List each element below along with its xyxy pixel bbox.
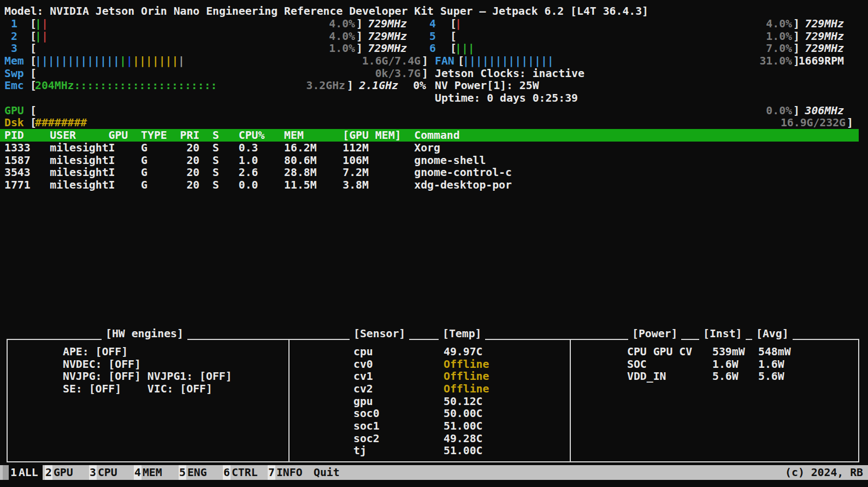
emc-label: Emc	[4, 79, 24, 92]
mem-label: Mem	[4, 55, 24, 67]
cpu2-bar-red: |	[42, 30, 48, 43]
cpu2-bar-green: |	[35, 30, 42, 43]
swap-gauge-close-bracket: ]	[422, 67, 428, 80]
menu-label-mem: MEM	[141, 465, 163, 480]
cpu-row-1-4: 1 [ | | 4.0% ] 729MHz 4 [ | 4.0% ] 729MH…	[0, 17, 868, 30]
cpu1-bar-red: |	[42, 17, 48, 30]
cpu4-bar-red: |	[455, 17, 462, 30]
process-row-text: 3543 milesightI G 20 S 2.6 28.8M 7.2M gn…	[4, 166, 512, 179]
cpu-row-3-6: 3 [ 1.0% ] 729MHz 6 [ ||| 7.0% ] 729MHz	[0, 42, 868, 55]
disk-label: Dsk	[4, 116, 24, 129]
process-row: 3543 milesightI G 20 S 2.6 28.8M 7.2M gn…	[0, 166, 868, 179]
emc-usage-pct: 0%	[413, 79, 426, 92]
menu-tab-ctrl[interactable]: 6CTRL	[223, 465, 259, 480]
gpu-label: GPU	[4, 104, 24, 117]
process-table-header: PID USER GPU TYPE PRI S CPU% MEM [GPU ME…	[0, 129, 859, 142]
gpu-gauge-open-bracket: [	[30, 104, 37, 117]
mem-bars-used: |||||||||||||	[35, 55, 120, 67]
mem-gauge-close-bracket: ]	[422, 55, 428, 67]
uptime-status: Uptime: 0 days 0:25:39	[435, 92, 578, 104]
menu-label-all: ALL	[17, 465, 39, 480]
menu-label-ctrl: CTRL	[231, 465, 259, 480]
cpu2-usage-pct: 4.0%	[329, 30, 355, 43]
hw-engines-panel-title: [HW engines]	[102, 327, 187, 340]
swap-row: Swp [ 0k/3.7G ] Jetson Clocks: inactive	[0, 67, 868, 80]
menu-tab-gpu[interactable]: 2GPU	[45, 465, 74, 480]
jtop-terminal-screen: Model: NVIDIA Jetson Orin Nano Engineeri…	[0, 0, 868, 487]
sensor-temp: 51.00C	[444, 420, 482, 432]
disk-row: Dsk [ ######## 16.9G/232G ]	[0, 116, 868, 129]
menu-label-gpu: GPU	[52, 465, 74, 480]
cpu6-gauge-close-bracket: ]	[793, 42, 800, 55]
menu-key-7: 7	[268, 465, 275, 480]
sensor-name: cv2	[353, 383, 373, 395]
gpu-freq: 306MHz	[805, 104, 844, 117]
uptime-row: Uptime: 0 days 0:25:39	[0, 92, 868, 104]
process-row: 1771 milesightI G 20 S 0.0 11.5M 3.8M xd…	[0, 179, 868, 191]
cpu4-usage-pct: 4.0%	[766, 17, 792, 30]
swap-label: Swp	[4, 67, 24, 80]
fan-pct: 31.0%	[759, 55, 792, 67]
bottom-menu-bar: 1ALL 2GPU 3CPU 4MEM 5ENG 6CTRL 7INFO Qui…	[0, 465, 868, 480]
sensor-temp: 49.28C	[444, 432, 482, 445]
power-rail-name: CPU GPU CV	[627, 345, 692, 358]
emc-gauge-close-bracket: ]	[347, 79, 353, 92]
menu-key-2: 2	[45, 465, 52, 480]
cpu1-usage-pct: 4.0%	[329, 17, 355, 30]
cpu5-freq: 729MHz	[805, 30, 844, 43]
process-row: 1333 milesightI G 20 S 0.3 16.2M 112M Xo…	[0, 142, 868, 154]
emc-current-freq: 2.1GHz	[359, 79, 398, 92]
cpu4-gauge-close-bracket: ]	[793, 17, 800, 30]
sensor-row: soc2 49.28C	[0, 432, 868, 445]
process-row-text: 1333 milesightI G 20 S 0.3 16.2M 112M Xo…	[4, 142, 440, 154]
gpu-usage-pct: 0.0%	[766, 104, 792, 117]
cpu3-usage-pct: 1.0%	[329, 42, 355, 55]
menu-tab-eng[interactable]: 5ENG	[179, 465, 208, 480]
menu-tab-cpu[interactable]: 3CPU	[89, 465, 119, 480]
menu-quit-button[interactable]: Quit	[312, 465, 341, 480]
power-row: VDD_IN 5.6W 5.6W	[0, 370, 868, 383]
menu-tab-all[interactable]: 1ALL	[9, 465, 43, 480]
cpu1-gauge-close-bracket: ]	[356, 17, 363, 30]
cpu4-label: 4	[429, 17, 436, 30]
cpu6-freq: 729MHz	[805, 42, 844, 55]
cpu6-usage-pct: 7.0%	[766, 42, 792, 55]
nv-power-status: NV Power[1]: 25W	[435, 79, 539, 92]
process-row: 1587 milesightI G 20 S 1.0 80.6M 106M gn…	[0, 154, 868, 167]
sensor-row: cv2 Offline	[0, 383, 868, 395]
sensor-name: gpu	[353, 395, 373, 408]
cpu5-label: 5	[429, 30, 436, 43]
power-row: SOC 1.6W 1.6W	[0, 358, 868, 371]
menu-tab-mem[interactable]: 4MEM	[134, 465, 163, 480]
emc-row: Emc [ 204MHz:::::::::::::::::::::: 3.2GH…	[0, 79, 868, 92]
menu-key-1: 1	[10, 465, 17, 480]
mem-bar-shared: |	[120, 55, 126, 67]
gpu-gauge-close-bracket: ]	[793, 104, 800, 117]
fan-label: FAN	[435, 55, 454, 67]
cpu3-gauge-close-bracket: ]	[356, 42, 363, 55]
gpu-row: GPU [ 0.0% ] 306MHz	[0, 104, 868, 117]
sensor-row: soc0 50.00C	[0, 407, 868, 420]
sensor-name: tj	[353, 444, 367, 457]
mem-bar-buffers: |	[126, 55, 133, 67]
cpu6-bar-green: |||	[455, 42, 475, 55]
menu-label-eng: ENG	[186, 465, 208, 480]
cpu5-gauge-close-bracket: ]	[793, 30, 800, 43]
swap-gauge-open-bracket: [	[30, 67, 37, 80]
sensor-name: soc0	[353, 407, 380, 420]
cpu3-freq: 729MHz	[368, 42, 407, 55]
disk-gauge-bar: ########	[35, 116, 87, 129]
cpu5-gauge-open-bracket: [	[450, 30, 457, 43]
disk-gauge-close-bracket: ]	[847, 116, 853, 129]
cpu5-usage-pct: 1.0%	[766, 30, 792, 43]
process-table-header-text: PID USER GPU TYPE PRI S CPU% MEM [GPU ME…	[4, 129, 460, 142]
mem-value: 1.6G/7.4G	[362, 55, 421, 67]
model-title-row: Model: NVIDIA Jetson Orin Nano Engineeri…	[0, 5, 868, 17]
cpu1-freq: 729MHz	[368, 17, 407, 30]
cpu2-gauge-close-bracket: ]	[356, 30, 363, 43]
swap-value: 0k/3.7G	[375, 67, 421, 80]
emc-gauge-bar: 204MHz::::::::::::::::::::::	[35, 79, 217, 92]
menu-key-3: 3	[89, 465, 97, 480]
menu-tab-info[interactable]: 7INFO	[268, 465, 304, 480]
emc-max-freq: 3.2GHz	[306, 79, 345, 92]
